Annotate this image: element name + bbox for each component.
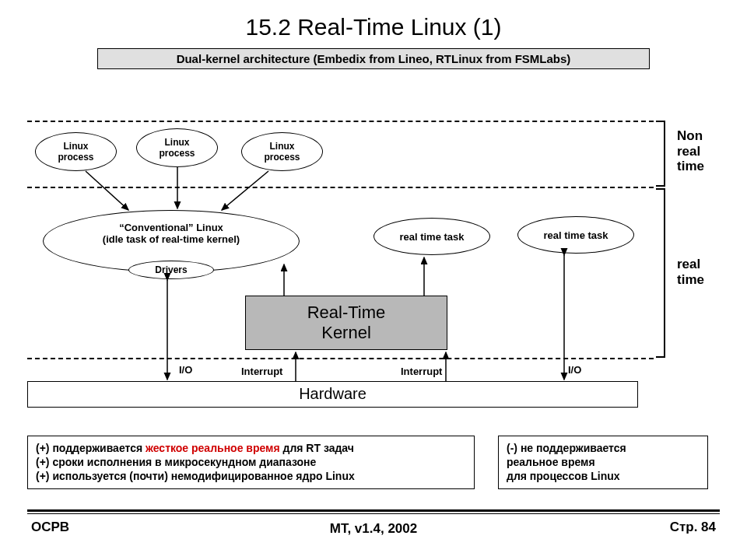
pros-line-2: (+) сроки исполнения в микросекундном ди…: [36, 455, 466, 469]
cons-line-2: реальное время: [507, 455, 700, 469]
slide-title: 15.2 Real-Time Linux (1): [0, 0, 747, 40]
footer-right: Стр. 84: [670, 520, 716, 535]
footer-center: MT, v1.4, 2002: [0, 521, 747, 537]
svg-line-0: [86, 171, 128, 210]
architecture-diagram: Linux process Linux process Linux proces…: [27, 101, 720, 412]
pros-line-3: (+) используется (почти) немодифицирован…: [36, 469, 466, 483]
cons-line-1: (-) не поддерживается: [507, 441, 700, 455]
cons-line-3: для процессов Linux: [507, 469, 700, 483]
svg-line-2: [222, 171, 268, 210]
cons-box: (-) не поддерживается реальное время для…: [498, 436, 708, 489]
footer-rule-thin: [27, 513, 720, 514]
pros-line-1: (+) поддерживается жесткое реальное врем…: [36, 441, 466, 455]
subtitle-box: Dual-kernel architecture (Embedix from L…: [97, 48, 650, 69]
pros-box: (+) поддерживается жесткое реальное врем…: [27, 436, 475, 489]
arrows-layer: [27, 101, 720, 412]
footer-rule-thick: [27, 509, 720, 512]
